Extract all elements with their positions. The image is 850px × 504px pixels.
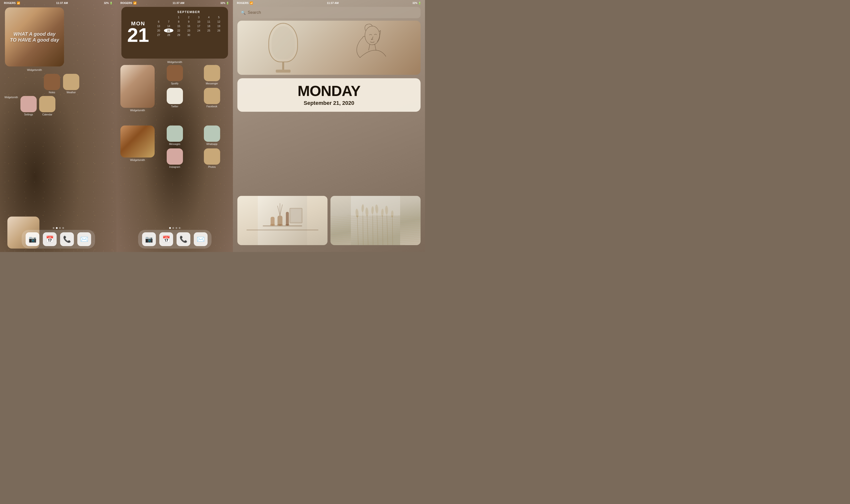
app-whatsapp[interactable]: Whatsapp — [195, 126, 229, 145]
cal-cell: 3 — [194, 15, 203, 19]
dock-calendar-2[interactable]: 📅 — [159, 232, 173, 246]
app-twitter[interactable]: Twitter — [158, 88, 192, 108]
app-grid-2: Widgetsmith Spotify Messenger Twitter Fa… — [119, 65, 230, 108]
search-placeholder: Search — [248, 10, 261, 15]
page-dots-2 — [169, 227, 180, 229]
date-day: MONDAY — [243, 84, 415, 98]
app-notes[interactable]: Notes — [44, 74, 60, 94]
cal-cell: 24 — [194, 29, 203, 33]
app-facebook[interactable]: Facebook — [195, 88, 229, 108]
status-right-1: 32% 🔋 — [104, 2, 112, 4]
dock-camera-1[interactable]: 📷 — [25, 232, 39, 246]
dot-2-0[interactable] — [169, 227, 171, 229]
quote-text: WHAT A good day TO HAVE A good day — [5, 26, 64, 48]
svg-line-17 — [357, 211, 358, 245]
svg-rect-15 — [291, 210, 301, 222]
cal-cell: 26 — [214, 29, 224, 33]
battery-icon-3: 🔋 — [418, 2, 421, 4]
settings-icon[interactable] — [20, 96, 37, 112]
widget-photo-2[interactable]: Widgetsmith — [120, 65, 155, 108]
dot-1-0[interactable] — [53, 227, 54, 229]
page-dots-1 — [53, 227, 64, 229]
dock-phone-1[interactable]: 📞 — [60, 232, 74, 246]
cal-cell: 20 — [154, 29, 163, 33]
dock-1: 📷 📅 📞 ✉️ — [22, 230, 95, 249]
decor-shelf — [237, 196, 327, 245]
app-weather[interactable]: Weather — [63, 74, 79, 94]
art-inner — [237, 21, 421, 75]
battery-icon-1: 🔋 — [110, 2, 112, 4]
facebook-icon[interactable] — [204, 88, 220, 104]
whatsapp-icon[interactable] — [204, 126, 220, 142]
dock-calendar-1[interactable]: 📅 — [43, 232, 57, 246]
cal-cell: 2 — [184, 15, 194, 19]
mirror-container — [268, 23, 298, 73]
svg-rect-6 — [271, 217, 275, 226]
carrier-3: ROGERS — [237, 1, 249, 4]
cal-cell — [214, 33, 224, 37]
cal-cell: 22 — [174, 29, 183, 33]
widget-small-label: Widgetsmith — [4, 96, 18, 99]
dot-1-3[interactable] — [62, 227, 64, 229]
cal-cell — [164, 15, 174, 19]
widget-photo-label: Widgetsmith — [120, 109, 155, 112]
app-photos[interactable]: Photos — [195, 148, 229, 168]
cal-cell: 12 — [214, 20, 224, 24]
cal-cell: 29 — [174, 33, 183, 37]
svg-rect-10 — [286, 212, 289, 226]
search-bar[interactable]: 🔍 Search — [237, 7, 421, 18]
notes-icon[interactable] — [44, 74, 60, 90]
instagram-icon[interactable] — [167, 148, 183, 165]
photos-icon[interactable] — [204, 148, 220, 165]
app-messenger[interactable]: Messenger — [195, 65, 229, 85]
dot-2-2[interactable] — [176, 227, 177, 229]
calendar-widget[interactable]: MON 21 SEPTEMBER 1 2 3 4 5 6 7 8 9 10 11… — [121, 7, 228, 58]
status-bar-1: ROGERS 📶 11:37 AM 32% 🔋 — [0, 0, 117, 5]
app-spotify[interactable]: Spotify — [158, 65, 192, 85]
app-messages[interactable]: Messages — [158, 126, 192, 145]
app-calendar[interactable]: Calendar — [39, 96, 55, 116]
phone-screen-2: ROGERS 📶 11:37 AM 32% 🔋 MON 21 SEPTEMBER… — [117, 0, 233, 252]
spotify-label: Spotify — [171, 82, 178, 85]
svg-rect-8 — [278, 216, 282, 226]
weather-icon[interactable] — [63, 74, 79, 90]
widget-cozy-label: Widgetsmith — [120, 159, 155, 161]
widget-cozy[interactable]: Widgetsmith — [120, 126, 155, 168]
dock-phone-2[interactable]: 📞 — [177, 232, 190, 246]
spotify-icon[interactable] — [167, 65, 183, 81]
widget-photo-inner[interactable] — [120, 65, 155, 108]
messenger-icon[interactable] — [204, 65, 220, 81]
battery-1: 32% — [104, 2, 109, 4]
widget-quote[interactable]: WHAT A good day TO HAVE A good day — [5, 7, 64, 67]
icons-row-1: Notes Weather — [2, 74, 114, 94]
svg-line-24 — [392, 212, 393, 245]
time-3: 11:37 AM — [327, 1, 339, 4]
twitter-icon[interactable] — [167, 88, 183, 104]
status-left-3: ROGERS 📶 — [237, 1, 253, 5]
instagram-label: Instagram — [169, 166, 180, 168]
messages-icon[interactable] — [167, 126, 183, 142]
cal-today[interactable]: 21 — [164, 29, 174, 33]
dot-1-2[interactable] — [59, 227, 61, 229]
cal-cell: 11 — [204, 20, 214, 24]
dock-camera-2[interactable]: 📷 — [142, 232, 156, 246]
app-instagram[interactable]: Instagram — [158, 148, 192, 168]
mirror-shape — [268, 23, 298, 62]
cal-cell: 19 — [214, 24, 224, 28]
dock-mail-2[interactable]: ✉️ — [194, 232, 208, 246]
widget-small-1[interactable]: Widgetsmith — [4, 96, 18, 116]
dock-mail-1[interactable]: ✉️ — [77, 232, 91, 246]
cal-cell: 7 — [164, 20, 174, 24]
cal-cell: 15 — [174, 24, 183, 28]
calendar-label: Calendar — [42, 113, 52, 116]
app-settings[interactable]: Settings — [20, 96, 37, 116]
dot-2-3[interactable] — [179, 227, 180, 229]
calendar-icon[interactable] — [39, 96, 55, 112]
dot-2-1[interactable] — [172, 227, 174, 229]
messenger-label: Messenger — [206, 82, 218, 85]
svg-rect-33 — [351, 196, 400, 216]
dot-1-1[interactable] — [56, 227, 58, 229]
wifi-icon-3: 📶 — [250, 1, 253, 5]
status-bar-2: ROGERS 📶 11:37 AM 32% 🔋 — [117, 0, 233, 5]
svg-line-2 — [375, 44, 376, 50]
